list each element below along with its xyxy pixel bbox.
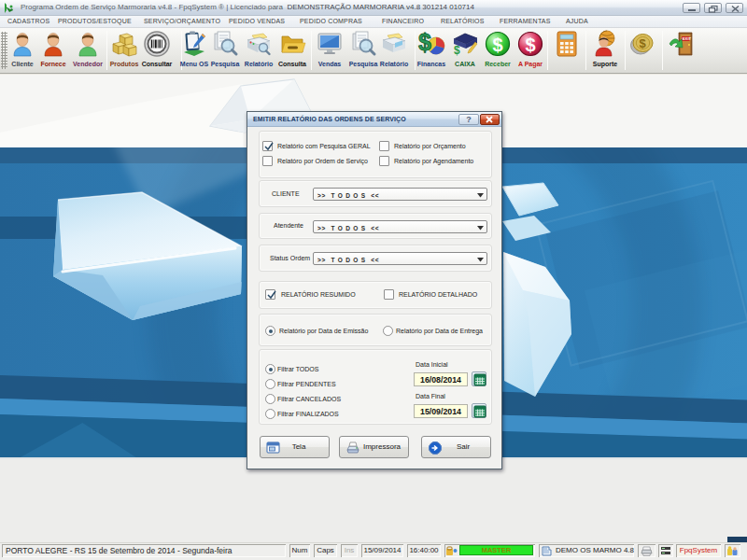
svg-text:$: $ (454, 44, 460, 57)
svg-text:$: $ (640, 36, 647, 50)
svg-text:$: $ (526, 35, 536, 55)
svg-text:EXIT: EXIT (683, 36, 692, 41)
svg-text:$: $ (493, 35, 503, 55)
svg-text:$: $ (418, 30, 431, 55)
